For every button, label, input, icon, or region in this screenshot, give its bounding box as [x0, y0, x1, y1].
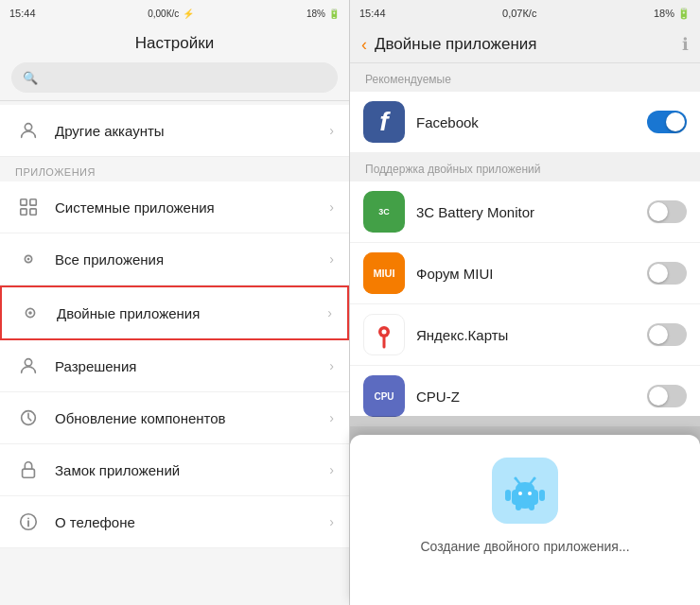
permissions-icon: [15, 353, 42, 379]
miui-icon: MIUI: [363, 252, 405, 294]
svg-point-9: [25, 359, 31, 366]
yandex-icon: [363, 314, 405, 355]
update-components-chevron: ›: [329, 410, 334, 425]
svg-point-8: [28, 311, 32, 315]
yandex-toggle[interactable]: [647, 323, 687, 346]
cpuz-toggle-thumb: [649, 387, 668, 406]
menu-item-update-components[interactable]: Обновление компонентов ›: [0, 392, 349, 444]
other-accounts-chevron: ›: [329, 123, 334, 138]
miui-toggle-thumb: [649, 264, 668, 283]
yandex-toggle-thumb: [649, 325, 668, 344]
system-apps-label: Системные приложения: [55, 199, 329, 216]
app-lock-chevron: ›: [329, 462, 334, 477]
right-panel: 15:44 0,07К/с 18% 🔋 ‹ Двойные приложения…: [350, 0, 700, 605]
app-lock-label: Замок приложений: [55, 462, 329, 478]
left-time: 15:44: [9, 8, 36, 19]
all-apps-label: Все приложения: [55, 251, 329, 268]
left-page-title: Настройки: [0, 26, 349, 59]
about-phone-label: О телефоне: [55, 514, 329, 530]
right-page-title: Двойные приложения: [375, 35, 682, 54]
svg-point-22: [515, 477, 517, 480]
permissions-chevron: ›: [329, 358, 334, 373]
app-item-facebook[interactable]: f Facebook: [350, 92, 700, 153]
system-apps-chevron: ›: [329, 199, 334, 215]
svg-point-15: [382, 330, 387, 335]
svg-point-13: [27, 517, 29, 519]
menu-item-app-lock[interactable]: Замок приложений ›: [0, 444, 349, 496]
menu-item-dual-apps[interactable]: Двойные приложения ›: [0, 285, 349, 340]
svg-rect-1: [21, 199, 26, 205]
svg-point-0: [25, 124, 31, 130]
right-status-center: 0,07К/с: [502, 8, 536, 19]
svg-rect-25: [539, 490, 545, 501]
top-divider: [0, 100, 349, 101]
menu-item-permissions[interactable]: Разрешения ›: [0, 340, 349, 392]
svg-rect-11: [23, 469, 35, 477]
svg-rect-3: [21, 209, 26, 215]
svg-point-18: [518, 492, 522, 495]
svg-rect-26: [516, 503, 521, 510]
dual-apps-label: Двойные приложения: [57, 305, 327, 321]
left-panel: 15:44 0,00К/с ⚡ 18% 🔋 Настройки 🔍 Другие…: [0, 0, 350, 605]
svg-rect-4: [30, 209, 36, 215]
battery-icon: 3C: [363, 191, 405, 233]
update-components-label: Обновление компонентов: [55, 410, 329, 426]
back-button[interactable]: ‹: [361, 35, 367, 55]
app-item-miui[interactable]: MIUI Форум MIUI: [350, 243, 700, 304]
svg-rect-24: [505, 490, 511, 501]
left-status-bar: 15:44 0,00К/с ⚡ 18% 🔋: [0, 0, 349, 26]
svg-rect-17: [512, 490, 538, 505]
search-icon: 🔍: [23, 71, 38, 85]
menu-item-system-apps[interactable]: Системные приложения ›: [0, 182, 349, 233]
facebook-toggle[interactable]: [647, 111, 687, 133]
other-accounts-icon: [15, 117, 42, 144]
permissions-label: Разрешения: [55, 358, 329, 374]
right-header: ‹ Двойные приложения ℹ: [350, 26, 700, 63]
right-battery: 18% 🔋: [654, 8, 691, 20]
svg-point-19: [528, 492, 532, 495]
right-status-bar: 15:44 0,07К/с 18% 🔋: [350, 0, 700, 26]
dialog-box: Создание двойного приложения...: [350, 435, 700, 605]
left-status-center: 0,00К/с ⚡: [148, 9, 194, 19]
facebook-name: Facebook: [416, 114, 647, 130]
menu-item-all-apps[interactable]: Все приложения ›: [0, 233, 349, 285]
dual-apps-chevron: ›: [327, 305, 332, 320]
about-phone-icon: [15, 509, 42, 535]
cpuz-toggle[interactable]: [647, 385, 687, 407]
svg-rect-2: [30, 199, 36, 205]
cpuz-icon: CPU: [363, 375, 405, 417]
all-apps-icon: [15, 246, 42, 272]
battery-name: 3C Battery Monitor: [416, 204, 647, 220]
yandex-name: Яндекс.Карты: [416, 327, 647, 343]
other-accounts-label: Другие аккаунты: [55, 123, 329, 139]
search-bar[interactable]: 🔍: [11, 62, 338, 93]
battery-toggle[interactable]: [647, 200, 687, 223]
update-components-icon: [15, 405, 42, 431]
miui-toggle[interactable]: [647, 262, 687, 285]
svg-point-6: [27, 258, 30, 261]
recommended-label: Рекомендуемые: [350, 63, 700, 92]
system-apps-icon: [15, 194, 42, 220]
menu-item-other-accounts[interactable]: Другие аккаунты ›: [0, 105, 349, 157]
app-item-yandex[interactable]: Яндекс.Карты: [350, 304, 700, 366]
cpuz-name: CPU-Z: [416, 389, 647, 405]
app-lock-icon: [15, 457, 42, 483]
miui-name: Форум MIUI: [416, 266, 647, 282]
about-phone-chevron: ›: [329, 514, 334, 529]
dual-apps-icon: [17, 300, 44, 326]
facebook-toggle-thumb: [666, 112, 685, 131]
supported-label: Поддержка двойных приложений: [350, 153, 700, 182]
right-time: 15:44: [359, 8, 386, 19]
facebook-icon: f: [363, 101, 405, 143]
svg-point-23: [534, 477, 536, 480]
menu-item-about-phone[interactable]: О телефоне ›: [0, 496, 349, 548]
all-apps-chevron: ›: [329, 251, 334, 267]
dialog-android-icon: [492, 458, 558, 524]
svg-rect-27: [529, 503, 534, 510]
left-battery: 18% 🔋: [306, 9, 340, 19]
app-item-battery[interactable]: 3C 3C Battery Monitor: [350, 182, 700, 243]
battery-toggle-thumb: [649, 202, 668, 221]
dialog-text: Создание двойного приложения...: [420, 539, 629, 554]
info-icon[interactable]: ℹ: [682, 34, 689, 55]
apps-section-label: ПРИЛОЖЕНИЯ: [0, 157, 349, 182]
